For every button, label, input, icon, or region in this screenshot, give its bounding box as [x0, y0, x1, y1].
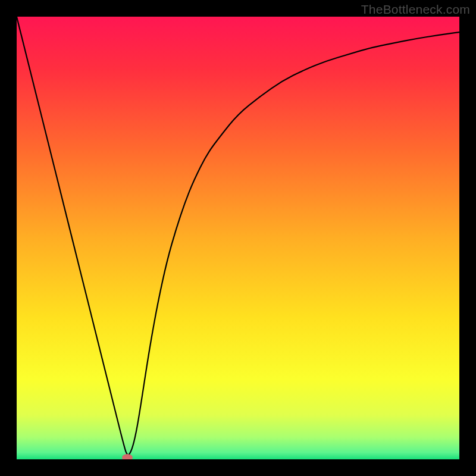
chart-svg [17, 17, 459, 459]
plot-area [17, 17, 459, 459]
watermark-text: TheBottleneck.com [361, 2, 470, 17]
gradient-background [17, 17, 459, 459]
chart-frame: TheBottleneck.com [0, 0, 476, 476]
